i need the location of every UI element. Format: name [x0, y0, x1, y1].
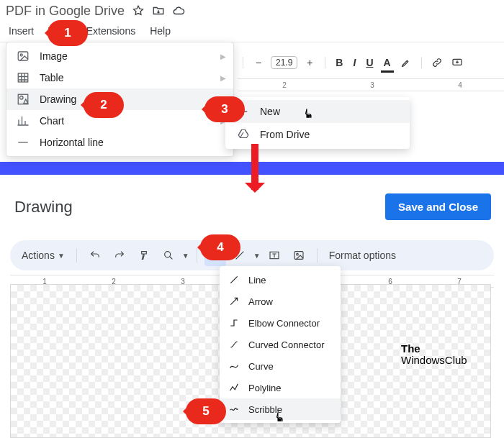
cloud-status-icon[interactable] — [172, 4, 185, 17]
ruler-tick: 4 — [416, 81, 504, 89]
highlight-button[interactable] — [398, 55, 414, 70]
svg-rect-3 — [18, 73, 28, 82]
line-menu-polyline[interactable]: Polyline — [220, 377, 341, 398]
select-tool[interactable] — [204, 245, 226, 266]
italic-button[interactable]: I — [350, 55, 359, 70]
separator — [421, 57, 422, 68]
drawing-icon — [17, 93, 30, 106]
insert-menu-item-label: Image — [40, 50, 68, 62]
ruler-tick: 3 — [328, 81, 416, 89]
star-icon[interactable] — [132, 4, 145, 17]
insert-menu-image[interactable]: Image ▶ — [6, 45, 233, 67]
move-to-folder-icon[interactable] — [152, 4, 165, 17]
line-menu-line[interactable]: Line — [220, 269, 341, 291]
insert-menu-item-label: Horizontal line — [40, 137, 104, 148]
drive-icon — [237, 128, 250, 141]
svg-point-6 — [164, 252, 170, 257]
scribble-icon — [228, 403, 240, 415]
curved-connector-icon — [228, 339, 240, 350]
formatting-toolbar: − 21.9 + B I U A — [240, 52, 504, 73]
chevron-right-icon: ▶ — [220, 74, 226, 82]
actions-dropdown[interactable]: Actions▼ — [17, 250, 69, 261]
image-tool[interactable] — [288, 245, 310, 266]
separator — [243, 57, 243, 68]
line-menu-curve[interactable]: Curve — [220, 355, 341, 377]
bold-button[interactable]: B — [333, 55, 346, 70]
insert-menu-table[interactable]: Table ▶ — [6, 67, 233, 88]
chevron-down-icon: ▼ — [182, 252, 189, 260]
text-color-button[interactable]: A — [381, 55, 394, 70]
curve-icon — [228, 360, 240, 372]
underline-button[interactable]: U — [363, 55, 376, 70]
save-and-close-button[interactable]: Save and Close — [385, 193, 491, 220]
insert-menu-dropdown: Image ▶ Table ▶ Drawing ▶ Chart ▶ Horizo… — [6, 42, 234, 157]
menu-insert[interactable]: Insert — [9, 25, 34, 37]
line-icon — [228, 274, 240, 286]
polyline-icon — [228, 382, 240, 393]
line-menu-arrow[interactable]: Arrow — [220, 291, 341, 312]
insert-menu-horizontal-line[interactable]: Horizontal line — [6, 132, 233, 153]
ruler-tick: 2 — [240, 81, 328, 89]
insert-menu-item-label: Chart — [40, 115, 64, 127]
plus-icon — [237, 105, 250, 118]
chevron-down-icon: ▼ — [253, 252, 261, 260]
cursor-pointer-icon — [274, 410, 287, 424]
insert-menu-chart[interactable]: Chart ▶ — [6, 110, 233, 132]
submenu-label: From Drive — [260, 129, 310, 140]
separator — [317, 248, 318, 263]
svg-rect-8 — [294, 252, 303, 260]
menubar: Insert Tools Extensions Help — [0, 22, 504, 40]
insert-menu-item-label: Drawing — [40, 93, 76, 105]
document-ruler: 2 3 4 — [238, 78, 504, 91]
chevron-right-icon: ▶ — [220, 53, 226, 60]
insert-menu-drawing[interactable]: Drawing ▶ — [6, 88, 233, 110]
cursor-pointer-icon — [302, 106, 315, 121]
drawing-submenu-from-drive[interactable]: From Drive — [225, 123, 410, 146]
line-menu-label: Curved Connector — [248, 339, 325, 350]
annotation-arrow — [251, 144, 258, 190]
line-menu-label: Line — [248, 275, 266, 286]
line-tool-dropdown[interactable] — [229, 245, 251, 266]
line-menu-label: Arrow — [248, 296, 273, 307]
svg-point-2 — [20, 54, 22, 56]
font-size-input[interactable]: 21.9 — [271, 56, 297, 69]
insert-menu-item-label: Table — [40, 72, 63, 83]
drawing-dialog-title: Drawing — [14, 198, 73, 216]
table-icon — [17, 71, 30, 84]
insert-link-button[interactable] — [429, 55, 445, 70]
separator — [197, 248, 197, 263]
line-menu-label: Elbow Connector — [248, 318, 320, 329]
redo-button[interactable] — [109, 245, 130, 266]
line-menu-elbow-connector[interactable]: Elbow Connector — [220, 312, 341, 334]
watermark-line2: WindowsClub — [401, 355, 472, 366]
submenu-label: New — [260, 106, 280, 117]
arrow-icon — [228, 296, 240, 307]
image-icon — [17, 50, 30, 63]
chart-icon — [17, 114, 30, 127]
menu-extensions[interactable]: Extensions — [86, 25, 135, 37]
menu-help[interactable]: Help — [150, 25, 171, 37]
decrease-font-size-button[interactable]: − — [251, 55, 266, 70]
menu-tools[interactable]: Tools — [48, 25, 72, 37]
doc-title[interactable]: PDF in Google Drive — [6, 4, 125, 19]
paint-format-button[interactable] — [133, 245, 155, 266]
watermark-line1: The — [401, 342, 420, 355]
horizontal-line-icon — [17, 136, 30, 149]
separator — [325, 57, 325, 68]
line-menu-curved-connector[interactable]: Curved Connector — [220, 334, 341, 355]
svg-rect-1 — [18, 52, 28, 60]
line-tool-menu: Line Arrow Elbow Connector Curved Connec… — [220, 266, 341, 423]
drawing-submenu-new[interactable]: New — [225, 100, 410, 123]
svg-point-5 — [20, 96, 24, 100]
increase-font-size-button[interactable]: + — [302, 55, 318, 70]
separator — [76, 248, 77, 263]
zoom-dropdown[interactable] — [158, 245, 179, 266]
undo-button[interactable] — [84, 245, 106, 266]
doc-title-bar: PDF in Google Drive — [0, 0, 504, 22]
line-menu-label: Curve — [248, 361, 274, 372]
svg-rect-4 — [18, 94, 28, 104]
format-options-button[interactable]: Format options — [329, 250, 396, 261]
add-comment-button[interactable] — [449, 55, 465, 70]
line-menu-label: Polyline — [248, 383, 282, 393]
textbox-tool[interactable] — [264, 245, 285, 266]
